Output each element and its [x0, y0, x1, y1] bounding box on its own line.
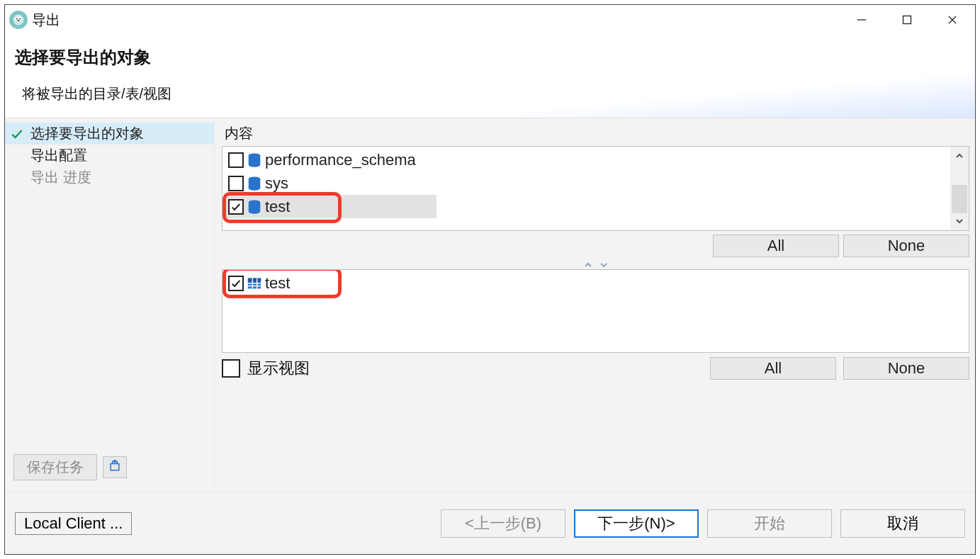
svg-point-2	[16, 18, 18, 20]
next-button[interactable]: 下一步(N)>	[574, 509, 699, 538]
table-list: test	[222, 269, 969, 353]
scroll-up-icon[interactable]	[950, 147, 969, 165]
titlebar: 导出	[5, 5, 975, 35]
database-icon	[247, 199, 262, 215]
minimize-button[interactable]	[839, 5, 884, 35]
table-row-test[interactable]: test	[224, 271, 950, 295]
wizard-body: 选择要导出的对象 导出配置 导出 进度 保存任务 内容	[5, 118, 975, 492]
save-task-button[interactable]: 保存任务	[13, 454, 97, 480]
wizard-title: 选择要导出的对象	[15, 46, 965, 69]
show-views-checkbox[interactable]	[222, 359, 240, 378]
step-label: 导出配置	[30, 146, 87, 165]
wizard-sidebar: 选择要导出的对象 导出配置 导出 进度 保存任务	[5, 118, 215, 492]
db-row-performance-schema[interactable]: performance_schema	[224, 148, 950, 171]
cancel-button[interactable]: 取消	[840, 509, 965, 538]
svg-point-3	[19, 18, 21, 20]
export-dialog-window: 导出 选择要导出的对象 将被导出的目录/表/视图 选择要导出的对象	[4, 4, 976, 555]
splitter-handle[interactable]	[222, 261, 969, 269]
scroll-thumb[interactable]	[952, 185, 967, 213]
local-client-button[interactable]: Local Client ...	[15, 512, 132, 535]
svg-rect-9	[111, 464, 119, 470]
back-button[interactable]: <上一步(B)	[441, 509, 565, 538]
checkbox[interactable]	[228, 199, 244, 215]
checkbox[interactable]	[228, 152, 244, 168]
svg-rect-14	[248, 278, 261, 281]
content-label: 内容	[225, 124, 969, 143]
db-select-none-button[interactable]: None	[843, 235, 969, 257]
step-export-config[interactable]: 导出配置	[5, 145, 214, 166]
svg-rect-6	[903, 16, 911, 24]
wizard-subtitle: 将被导出的目录/表/视图	[22, 84, 965, 103]
save-task-as-button[interactable]	[103, 456, 127, 478]
wizard-header: 选择要导出的对象 将被导出的目录/表/视图	[5, 35, 975, 118]
show-views-row: 显示视图 All None	[222, 353, 969, 384]
step-select-objects[interactable]: 选择要导出的对象	[5, 123, 214, 145]
database-list: performance_schema sys	[222, 146, 969, 231]
db-name: test	[265, 198, 290, 216]
db-name: performance_schema	[265, 151, 416, 169]
db-allnone-row: All None	[222, 231, 969, 261]
db-name: sys	[265, 174, 288, 193]
scroll-track[interactable]	[950, 165, 969, 212]
window-title: 导出	[32, 11, 60, 30]
app-icon	[9, 11, 28, 29]
wizard-main: 内容 performance_schema	[215, 118, 975, 492]
table-icon	[247, 276, 262, 291]
step-export-progress: 导出 进度	[5, 166, 214, 188]
database-icon	[247, 152, 262, 168]
step-label: 导出 进度	[30, 168, 91, 187]
window-controls	[839, 5, 975, 35]
scrollbar[interactable]	[950, 147, 969, 230]
scroll-down-icon[interactable]	[950, 212, 969, 230]
checkmark-icon	[8, 127, 26, 141]
table-select-none-button[interactable]: None	[843, 357, 969, 380]
table-name: test	[265, 274, 290, 293]
db-row-sys[interactable]: sys	[224, 171, 950, 195]
table-select-all-button[interactable]: All	[710, 357, 836, 380]
database-icon	[247, 176, 262, 191]
checkbox[interactable]	[228, 176, 244, 191]
checkbox[interactable]	[228, 276, 244, 291]
db-row-test[interactable]: test	[224, 195, 437, 218]
start-button[interactable]: 开始	[707, 509, 832, 538]
db-select-all-button[interactable]: All	[713, 235, 839, 257]
close-button[interactable]	[930, 5, 975, 35]
wizard-bottom-bar: Local Client ... <上一步(B) 下一步(N)> 开始 取消	[5, 492, 975, 554]
sidebar-footer: 保存任务	[13, 454, 127, 480]
maximize-button[interactable]	[884, 5, 930, 35]
svg-point-4	[18, 20, 20, 21]
show-views-label: 显示视图	[247, 358, 310, 379]
step-label: 选择要导出的对象	[30, 124, 144, 143]
